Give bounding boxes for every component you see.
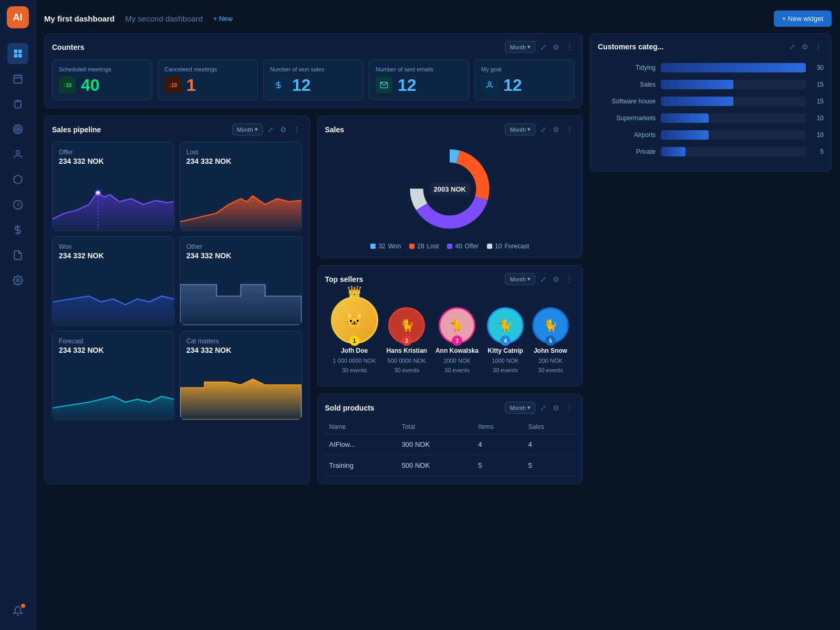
- row-1-items: 5: [474, 455, 524, 476]
- top-sellers-month-dropdown[interactable]: Month ▾: [505, 273, 535, 285]
- cat-value-2: 15: [811, 98, 824, 105]
- counters-more-btn[interactable]: ⋮: [564, 41, 575, 53]
- cat-label-1: Sales: [598, 81, 656, 88]
- seller-4-amount: 1000 NOK: [492, 358, 518, 364]
- pipeline-settings-btn[interactable]: ⚙: [278, 124, 288, 135]
- sales-pipeline-widget: Sales pipeline Month ▾ ⤢ ⚙ ⋮: [44, 116, 310, 484]
- top-sellers-more-btn[interactable]: ⋮: [564, 274, 575, 285]
- cat-label-3: Supermarkets: [598, 114, 656, 122]
- sold-products-settings-btn[interactable]: ⚙: [551, 402, 561, 414]
- donut-chart: 2003 NOK: [402, 142, 497, 236]
- counters-grid: Scheduled meetings ↑10 40 Canceleed meet…: [52, 59, 575, 100]
- pipeline-grid: Offer 234 332 NOK: [52, 142, 302, 420]
- customers-categ-more-btn[interactable]: ⋮: [813, 41, 824, 52]
- customers-categ-expand-btn[interactable]: ⤢: [787, 41, 797, 52]
- donut-center-label: 2003 NOK: [430, 183, 470, 195]
- sidebar-item-clipboard[interactable]: [7, 93, 28, 114]
- col-items: Items: [474, 420, 524, 434]
- sold-products-expand-btn[interactable]: ⤢: [538, 402, 548, 414]
- counter-label-4: My goal: [481, 66, 568, 72]
- cat-bar-private: Private 5: [598, 147, 824, 156]
- sidebar-item-box[interactable]: [7, 169, 28, 190]
- sidebar-item-settings[interactable]: [7, 270, 28, 291]
- sales-widget: Sales Month ▾ ⤢ ⚙ ⋮: [317, 116, 583, 258]
- tab-second-dashboard[interactable]: My second dashboard: [125, 12, 203, 25]
- pipeline-more-btn[interactable]: ⋮: [292, 124, 302, 135]
- top-sellers-widget: Top sellers Month ▾ ⤢ ⚙ ⋮: [317, 265, 583, 386]
- svg-point-14: [16, 279, 19, 282]
- col-name: Name: [325, 420, 398, 434]
- pipeline-expand-btn[interactable]: ⤢: [266, 124, 275, 135]
- sellers-row: 👑 🐱 1 Jofh Doe 1 000 0000 NOK 30 events: [325, 291, 575, 379]
- counter-won-sales: Number of won sales 12: [263, 59, 364, 100]
- notification-icon[interactable]: [7, 601, 28, 622]
- counters-controls: Month ▾ ⤢ ⚙ ⋮: [505, 41, 575, 53]
- counter-icon-4: [481, 77, 498, 93]
- sales-title: Sales: [325, 125, 505, 134]
- legend-won: 32 Won: [370, 243, 401, 250]
- counters-header: Counters Month ▾ ⤢ ⚙ ⋮: [52, 41, 575, 53]
- sidebar-item-target[interactable]: [7, 119, 28, 140]
- svg-point-9: [15, 127, 20, 132]
- counter-icon-1: ↓10: [164, 77, 181, 93]
- seller-1-name: Jofh Doe: [341, 347, 368, 354]
- cat-label-4: Airports: [598, 131, 656, 139]
- tab-first-dashboard[interactable]: My first dashboard: [44, 12, 115, 25]
- pipeline-controls: Month ▾ ⤢ ⚙ ⋮: [232, 123, 302, 135]
- sold-products-widget: Sold products Month ▾ ⤢ ⚙ ⋮: [317, 394, 583, 484]
- svg-rect-0: [14, 50, 17, 54]
- sidebar-item-calendar[interactable]: [7, 68, 28, 89]
- counters-month-dropdown[interactable]: Month ▾: [505, 41, 535, 53]
- customers-categ-controls: ⤢ ⚙ ⋮: [787, 41, 824, 52]
- pipeline-title: Sales pipeline: [52, 125, 232, 134]
- seller-rank-2: 🐈 2 Hans Kristian 500 0000 NOK 30 events: [387, 307, 427, 373]
- row-0-name: AIFlow...: [325, 434, 398, 455]
- seller-3-amount: 2000 NOK: [443, 358, 470, 364]
- top-sellers-expand-btn[interactable]: ⤢: [538, 274, 548, 285]
- counter-label-1: Canceleed meetings: [164, 66, 251, 72]
- pipeline-cell-forecast: Forecast 234 332 NOK: [52, 331, 174, 420]
- row-1-total: 500 NOK: [398, 455, 474, 476]
- legend-offer: 40 Offer: [447, 243, 479, 250]
- counter-icon-2: [270, 77, 287, 93]
- customers-categ-settings-btn[interactable]: ⚙: [800, 41, 810, 52]
- sold-products-more-btn[interactable]: ⋮: [564, 402, 575, 414]
- seller-5-name: John Snow: [534, 347, 567, 354]
- sidebar-item-file[interactable]: [7, 245, 28, 266]
- counter-value-1: 1: [186, 77, 196, 93]
- sold-products-month-dropdown[interactable]: Month ▾: [505, 402, 535, 414]
- seller-1-amount: 1 000 0000 NOK: [333, 358, 376, 364]
- products-table: Name Total Items Sales AIFlow... 300 NOK: [325, 420, 575, 476]
- new-widget-button[interactable]: + New widget: [774, 10, 832, 27]
- svg-rect-2: [14, 54, 17, 58]
- cat-value-5: 5: [811, 148, 824, 155]
- seller-5-amount: 200 NOK: [538, 358, 562, 364]
- customers-categ-header: Customers categ... ⤢ ⚙ ⋮: [598, 41, 824, 52]
- sidebar-item-dollar[interactable]: [7, 219, 28, 240]
- pipeline-header: Sales pipeline Month ▾ ⤢ ⚙ ⋮: [52, 123, 302, 135]
- counters-title: Counters: [52, 43, 505, 51]
- table-row: Training 500 NOK 5 5: [325, 455, 575, 476]
- tab-new[interactable]: + New: [213, 15, 233, 23]
- pipeline-month-dropdown[interactable]: Month ▾: [232, 123, 263, 135]
- sales-more-btn[interactable]: ⋮: [564, 124, 575, 135]
- counters-expand-btn[interactable]: ⤢: [538, 41, 548, 53]
- sidebar-item-person[interactable]: [7, 144, 28, 165]
- sales-expand-btn[interactable]: ⤢: [538, 124, 548, 135]
- svg-rect-3: [18, 54, 22, 58]
- counter-canceleed-meetings: Canceleed meetings ↓10 1: [158, 59, 258, 100]
- top-sellers-settings-btn[interactable]: ⚙: [551, 274, 561, 285]
- sidebar-item-chart[interactable]: [7, 194, 28, 215]
- counter-value-0: 40: [81, 77, 100, 93]
- counter-icon-3: [376, 77, 392, 93]
- sales-settings-btn[interactable]: ⚙: [551, 124, 561, 135]
- dashboard-grid: Counters Month ▾ ⤢ ⚙ ⋮ Scheduled me: [44, 33, 832, 484]
- seller-5-events: 30 events: [538, 367, 563, 373]
- counter-my-goal: My goal 12: [474, 59, 575, 100]
- rank-badge-2: 2: [401, 335, 412, 346]
- sidebar-item-dashboard[interactable]: [7, 43, 28, 64]
- seller-2-amount: 500 0000 NOK: [388, 358, 426, 364]
- left-column: Counters Month ▾ ⤢ ⚙ ⋮ Scheduled me: [44, 33, 583, 484]
- counters-settings-btn[interactable]: ⚙: [551, 41, 561, 53]
- sales-month-dropdown[interactable]: Month ▾: [505, 123, 535, 135]
